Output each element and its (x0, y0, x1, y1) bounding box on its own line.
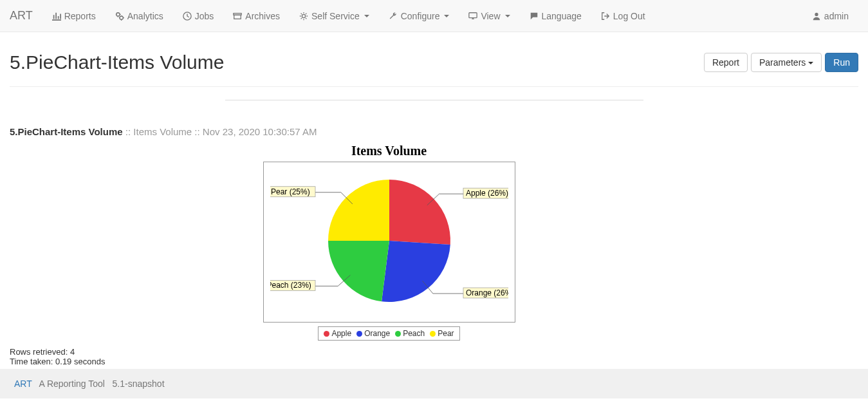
nav-logout[interactable]: Log Out (591, 1, 655, 31)
legend-dot-icon (430, 331, 436, 337)
nav-user-label: admin (824, 11, 849, 21)
pie-chart: Apple (26%)Orange (26%)Peach (23%)Pear (… (270, 169, 508, 314)
page-title: 5.PieChart-Items Volume (10, 52, 224, 73)
svg-rect-4 (234, 15, 241, 19)
nav-analytics-label: Analytics (127, 11, 163, 21)
stats: Rows retrieved: 4 Time taken: 0.19 secon… (10, 347, 858, 366)
nav-view-label: View (481, 11, 500, 21)
nav-reports-label: Reports (64, 11, 96, 21)
report-desc: Items Volume (133, 126, 192, 137)
nav-configure-label: Configure (401, 11, 440, 21)
legend-item-pear: Pear (430, 329, 454, 338)
nav-language-label: Language (542, 11, 582, 21)
slice-label-pear: Pear (25%) (271, 187, 310, 196)
bar-chart-icon (52, 12, 61, 21)
legend-dot-icon (356, 331, 362, 337)
nav-archives-label: Archives (245, 11, 280, 21)
nav-configure[interactable]: Configure (379, 1, 459, 31)
footer-desc: A Reporting Tool (39, 379, 104, 389)
nav-analytics[interactable]: Analytics (106, 1, 173, 31)
button-toolbar: Report Parameters Run (704, 53, 858, 72)
pie-slice-orange (382, 241, 450, 302)
legend-label: Orange (364, 329, 390, 338)
main-container: 5.PieChart-Items Volume Report Parameter… (0, 32, 868, 366)
footer-version: 5.1-snapshot (113, 379, 165, 389)
user-icon (812, 12, 821, 21)
caret-icon (808, 62, 813, 64)
legend-dot-icon (395, 331, 401, 337)
pie-slice-peach (328, 241, 389, 301)
gear-icon (299, 12, 308, 21)
footer: ART A Reporting Tool 5.1-snapshot (0, 369, 868, 398)
slice-label-peach: Peach (23%) (270, 281, 311, 290)
footer-link[interactable]: ART (14, 379, 32, 389)
slice-label-apple: Apple (26%) (466, 189, 508, 198)
pie-slice-apple (389, 180, 450, 245)
svg-point-7 (815, 12, 818, 15)
caret-icon (444, 15, 449, 17)
rows-retrieved: Rows retrieved: 4 (10, 347, 858, 357)
legend-label: Apple (331, 329, 351, 338)
navbar: ART Reports Analytics Jobs Archives Self… (0, 0, 868, 32)
svg-point-5 (302, 14, 305, 17)
svg-rect-6 (469, 12, 477, 17)
divider (225, 100, 643, 100)
run-button[interactable]: Run (825, 53, 858, 72)
report-header: 5.PieChart-Items Volume :: Items Volume … (10, 126, 858, 137)
slice-label-orange: Orange (26%) (466, 288, 508, 297)
time-taken: Time taken: 0.19 seconds (10, 357, 858, 366)
report-name: 5.PieChart-Items Volume (10, 126, 123, 137)
comment-icon (530, 12, 539, 21)
legend-item-apple: Apple (324, 329, 351, 338)
nav-reports[interactable]: Reports (42, 1, 106, 31)
nav-logout-label: Log Out (613, 11, 645, 21)
report-sep2: :: (194, 126, 203, 137)
legend-dot-icon (324, 331, 329, 337)
nav-jobs[interactable]: Jobs (173, 1, 224, 31)
nav-left: Reports Analytics Jobs Archives Self Ser… (42, 1, 802, 31)
caret-icon (505, 15, 510, 17)
report-button[interactable]: Report (704, 53, 748, 72)
parameters-label: Parameters (759, 57, 806, 68)
logout-icon (601, 12, 610, 21)
clock-icon (183, 12, 192, 21)
legend-label: Pear (438, 329, 454, 338)
desktop-icon (468, 12, 477, 21)
pie-slice-pear (328, 180, 389, 241)
brand[interactable]: ART (10, 9, 42, 23)
chart-area: Items Volume Apple (26%)Orange (26%)Peac… (0, 144, 858, 341)
nav-user[interactable]: admin (802, 1, 858, 31)
caret-icon (364, 15, 369, 17)
legend-label: Peach (403, 329, 425, 338)
legend-item-orange: Orange (356, 329, 390, 338)
legend-wrap: AppleOrangePeachPear (0, 323, 858, 341)
nav-right: admin (802, 1, 858, 31)
legend: AppleOrangePeachPear (318, 326, 459, 341)
parameters-button[interactable]: Parameters (751, 53, 822, 72)
nav-language[interactable]: Language (520, 1, 591, 31)
nav-self-service[interactable]: Self Service (290, 1, 379, 31)
nav-view[interactable]: View (459, 1, 519, 31)
archive-icon (233, 12, 242, 21)
wrench-icon (389, 12, 398, 21)
report-sep1: :: (125, 126, 134, 137)
nav-archives[interactable]: Archives (223, 1, 290, 31)
chart-box: Apple (26%)Orange (26%)Peach (23%)Pear (… (263, 162, 515, 323)
chart-title: Items Volume (0, 144, 858, 158)
page-header: 5.PieChart-Items Volume Report Parameter… (10, 45, 858, 87)
nav-jobs-label: Jobs (195, 11, 214, 21)
legend-item-peach: Peach (395, 329, 425, 338)
cogs-icon (115, 12, 124, 21)
report-timestamp: Nov 23, 2020 10:30:57 AM (203, 126, 317, 137)
nav-self-service-label: Self Service (311, 11, 360, 21)
